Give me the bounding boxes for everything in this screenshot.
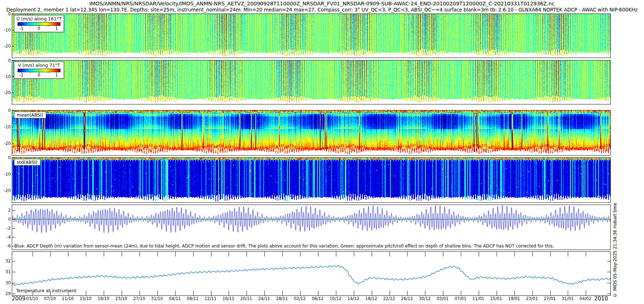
y-tick-label: 2 (0, 208, 11, 213)
date-tick-mark (264, 291, 265, 295)
u-colorbar-ticks: -1 0 1 (18, 26, 60, 31)
colorbar-tick-label: 0 (38, 26, 40, 31)
std-absi-heatmap (12, 158, 610, 202)
y-tick-mark (12, 228, 15, 229)
date-tick-mark (586, 252, 586, 256)
x-tick-label: 15/01 (488, 296, 504, 301)
date-tick-mark (461, 252, 461, 256)
date-tick-mark (247, 291, 247, 295)
panel-mean-absi: mean(ABSI) (12, 110, 611, 156)
x-tick-label: 04/02 (577, 296, 593, 301)
colorbar-tick-label: 0 (38, 73, 40, 78)
date-tick-mark (193, 291, 194, 295)
date-tick-mark (247, 252, 247, 256)
mean-absi-label: mean(ABSI) (14, 112, 46, 118)
date-tick-mark (193, 252, 194, 256)
figure-title: IMOS/ANMN/NRS/NRSDAR/Velocity/IMOS_ANMN-… (0, 1, 644, 6)
panel-depth-variation: Blue: ADCP Depth (m) variation from sens… (12, 205, 611, 250)
date-tick-mark (425, 291, 425, 295)
y-tick-mark (12, 60, 14, 61)
colorbar-tick-label: -1 (19, 73, 23, 78)
y-tick-label: -4 (0, 235, 11, 240)
date-tick-mark (586, 291, 586, 295)
date-tick-mark (33, 252, 33, 256)
y-tick-mark (12, 14, 14, 14)
y-tick-label: -20 (0, 44, 11, 49)
date-tick-mark (425, 252, 425, 256)
temperature-label: Temperature at instrument (16, 288, 76, 293)
y-tick-label: -20 (0, 90, 11, 95)
date-tick-mark (104, 291, 104, 295)
date-tick-mark (372, 291, 372, 295)
date-tick-mark (479, 291, 479, 295)
y-tick-mark (607, 272, 610, 272)
x-tick-label: 12/11 (203, 296, 219, 301)
depth-variation-plot (12, 205, 610, 250)
x-tick-label: 31/10 (149, 296, 165, 301)
panel-v-velocity: V (m/s) along 71°T -1 0 1 (12, 60, 611, 104)
u-legend-title: U (m/s) along 161°T (14, 16, 64, 21)
x-tick-label: 11/10 (60, 296, 75, 301)
temperature-plot (12, 252, 610, 295)
date-tick-mark (372, 252, 372, 256)
date-tick-mark (282, 252, 283, 256)
y-tick-label: 31 (0, 269, 11, 274)
depth-variation-note: Blue: ADCP Depth (m) variation from sens… (14, 244, 554, 249)
date-tick-mark (175, 252, 176, 256)
date-tick-mark (140, 252, 140, 256)
y-tick-mark (12, 261, 15, 261)
date-tick-mark (390, 252, 390, 256)
colorbar-tick-label: 1 (55, 73, 58, 78)
y-tick-mark (607, 261, 610, 261)
y-tick-mark (607, 294, 610, 294)
date-tick-mark (104, 252, 104, 256)
date-tick-mark (211, 291, 211, 295)
date-tick-mark (336, 291, 336, 295)
date-tick-mark (550, 291, 551, 295)
y-tick-mark (12, 111, 14, 111)
date-tick-mark (568, 291, 568, 295)
y-tick-mark (12, 283, 15, 283)
y-tick-label: 0 (0, 108, 11, 113)
date-tick-mark (497, 291, 497, 295)
y-tick-mark (12, 93, 14, 93)
date-tick-mark (390, 291, 390, 295)
date-tick-mark (211, 252, 211, 256)
x-axis-year-start: 2009 (12, 295, 25, 302)
v-colorbar-legend: V (m/s) along 71°T -1 0 1 (14, 62, 64, 79)
date-tick-mark (86, 291, 86, 295)
date-tick-mark (514, 291, 515, 295)
date-tick-mark (479, 252, 479, 256)
y-tick-label: -6 (0, 244, 11, 249)
date-tick-mark (550, 252, 551, 256)
date-tick-mark (300, 291, 301, 295)
y-tick-label: 29 (0, 291, 11, 296)
x-tick-label: 30/12 (417, 296, 433, 301)
y-tick-label: 0 (0, 11, 11, 16)
date-tick-mark (229, 252, 229, 256)
y-tick-label: 0 (0, 155, 11, 160)
y-tick-label: -20 (0, 141, 11, 146)
date-tick-mark (336, 252, 336, 256)
y-tick-label: 0 (0, 58, 11, 63)
y-tick-mark (12, 127, 14, 127)
date-tick-mark (461, 291, 461, 295)
date-tick-mark (140, 291, 140, 295)
date-tick-mark (443, 291, 443, 295)
imos-copyright-watermark: © IMOS 05-May-2025 21:34:36 Hobart time (613, 167, 618, 298)
x-tick-label: 22/12 (381, 296, 397, 301)
x-tick-label: 26/12 (399, 296, 415, 301)
y-tick-label: 0 (0, 217, 11, 222)
x-tick-label: 24/11 (256, 296, 272, 301)
x-tick-label: 19/01 (506, 296, 522, 301)
x-tick-label: 08/11 (185, 296, 201, 301)
y-tick-mark (607, 283, 610, 283)
y-tick-mark (12, 210, 15, 211)
x-tick-label: 03/10 (24, 296, 40, 301)
y-tick-mark (12, 158, 14, 158)
date-tick-mark (264, 252, 265, 256)
x-tick-label: 02/12 (292, 296, 308, 301)
x-tick-label: 07/10 (42, 296, 58, 301)
y-tick-label: -2 (0, 226, 11, 231)
mean-absi-heatmap (12, 111, 610, 155)
